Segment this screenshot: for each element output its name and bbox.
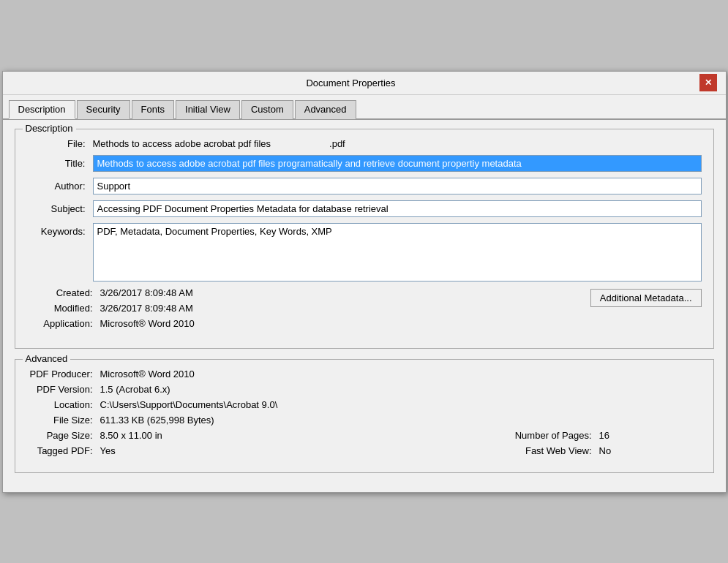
modified-row: Modified: 3/26/2017 8:09:48 AM: [27, 303, 590, 314]
tab-initial-view[interactable]: Initial View: [176, 100, 240, 119]
title-label: Title:: [27, 158, 93, 169]
modified-label: Modified:: [27, 303, 100, 314]
tagged-pdf-left: Tagged PDF: Yes: [27, 445, 497, 456]
pdf-producer-row: PDF Producer: Microsoft® Word 2010: [27, 369, 702, 379]
title-bar: Document Properties ✕: [3, 72, 726, 95]
advanced-legend: Advanced: [23, 353, 71, 364]
advanced-section: Advanced PDF Producer: Microsoft® Word 2…: [15, 359, 714, 473]
tagged-pdf-row: Tagged PDF: Yes Fast Web View: No: [27, 445, 702, 456]
page-size-left: Page Size: 8.50 x 11.00 in: [27, 430, 497, 441]
subject-label: Subject:: [27, 203, 93, 214]
created-value: 3/26/2017 8:09:48 AM: [100, 287, 193, 298]
pdf-producer-label: PDF Producer:: [27, 369, 100, 379]
dates-section: Created: 3/26/2017 8:09:48 AM Modified: …: [27, 287, 590, 333]
additional-metadata-button[interactable]: Additional Metadata...: [590, 289, 702, 307]
tab-fonts[interactable]: Fonts: [132, 100, 175, 119]
pdf-version-label: PDF Version:: [27, 384, 100, 395]
subject-row: Subject:: [27, 200, 702, 217]
page-size-row: Page Size: 8.50 x 11.00 in Number of Pag…: [27, 430, 702, 441]
tab-description[interactable]: Description: [9, 100, 75, 119]
location-value: C:\Users\Support\Documents\Acrobat 9.0\: [100, 399, 278, 410]
description-legend: Description: [23, 123, 76, 134]
location-label: Location:: [27, 399, 100, 410]
file-row: File: Methods to access adobe acrobat pd…: [27, 138, 702, 149]
keywords-row: Keywords: PDF, Metadata, Document Proper…: [27, 223, 702, 282]
fast-web-view-value: No: [599, 445, 612, 456]
fast-web-view-label: Fast Web View:: [497, 445, 599, 456]
created-label: Created:: [27, 287, 100, 298]
file-size-row: File Size: 611.33 KB (625,998 Bytes): [27, 415, 702, 426]
modified-value: 3/26/2017 8:09:48 AM: [100, 303, 193, 314]
tab-security[interactable]: Security: [77, 100, 130, 119]
application-value: Microsoft® Word 2010: [100, 318, 195, 329]
title-input[interactable]: [93, 155, 702, 172]
author-row: Author:: [27, 178, 702, 194]
page-size-value: 8.50 x 11.00 in: [100, 430, 162, 441]
bottom-row: Created: 3/26/2017 8:09:48 AM Modified: …: [27, 287, 702, 333]
tab-advanced[interactable]: Advanced: [295, 100, 356, 119]
num-pages-label: Number of Pages:: [497, 430, 599, 441]
author-input[interactable]: [93, 178, 702, 194]
description-section: Description File: Methods to access adob…: [15, 129, 714, 349]
file-size-label: File Size:: [27, 415, 100, 426]
page-size-label: Page Size:: [27, 430, 100, 441]
location-row: Location: C:\Users\Support\Documents\Acr…: [27, 399, 702, 410]
pdf-version-row: PDF Version: 1.5 (Acrobat 6.x): [27, 384, 702, 395]
file-label: File:: [27, 138, 93, 149]
dialog-body: Description File: Methods to access adob…: [3, 120, 726, 492]
tab-custom[interactable]: Custom: [241, 100, 293, 119]
keywords-label: Keywords:: [27, 223, 93, 237]
dialog-title: Document Properties: [3, 78, 699, 88]
num-pages-value: 16: [599, 430, 609, 441]
document-properties-dialog: Document Properties ✕ Description Securi…: [2, 71, 727, 493]
num-pages-right: Number of Pages: 16: [497, 430, 702, 441]
tagged-pdf-label: Tagged PDF:: [27, 445, 100, 456]
pdf-producer-value: Microsoft® Word 2010: [100, 369, 195, 379]
close-button[interactable]: ✕: [699, 74, 717, 91]
tabs-row: Description Security Fonts Initial View …: [3, 95, 726, 120]
file-size-value: 611.33 KB (625,998 Bytes): [100, 415, 214, 426]
author-label: Author:: [27, 181, 93, 192]
application-row: Application: Microsoft® Word 2010: [27, 318, 590, 329]
subject-input[interactable]: [93, 200, 702, 217]
fast-web-view-right: Fast Web View: No: [497, 445, 702, 456]
application-label: Application:: [27, 318, 100, 329]
file-name-value: Methods to access adobe acrobat pdf file…: [93, 138, 271, 149]
created-row: Created: 3/26/2017 8:09:48 AM: [27, 287, 590, 298]
keywords-textarea[interactable]: PDF, Metadata, Document Properties, Key …: [93, 223, 702, 282]
file-ext-value: .pdf: [329, 138, 345, 149]
tagged-pdf-value: Yes: [100, 445, 116, 456]
pdf-version-value: 1.5 (Acrobat 6.x): [100, 384, 170, 395]
title-row: Title:: [27, 155, 702, 172]
